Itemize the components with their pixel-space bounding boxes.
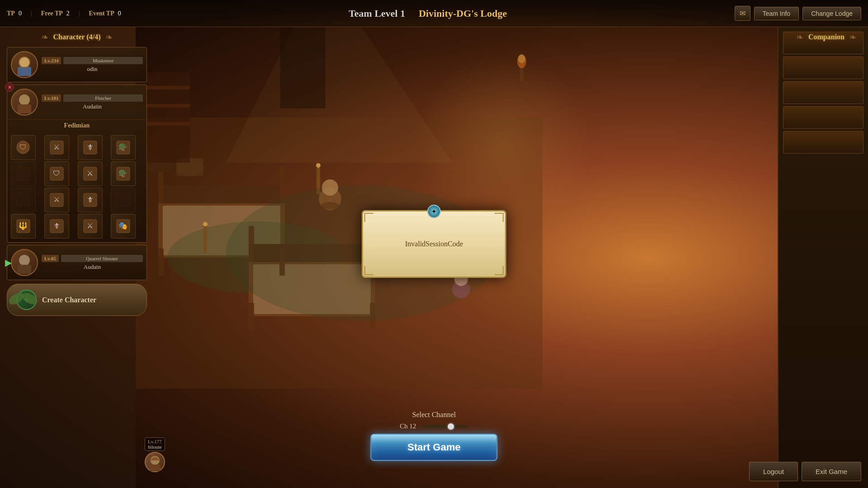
corner-bl <box>364 266 373 275</box>
modal-dialog: ✦ InvalidSessionCode <box>362 210 506 278</box>
corner-br <box>495 266 504 275</box>
modal-message: InvalidSessionCode <box>401 235 467 253</box>
modal-gem: ✦ <box>427 205 441 218</box>
corner-tr <box>495 213 504 222</box>
corner-tl <box>364 213 373 222</box>
modal-overlay: ✦ InvalidSessionCode <box>0 0 868 488</box>
